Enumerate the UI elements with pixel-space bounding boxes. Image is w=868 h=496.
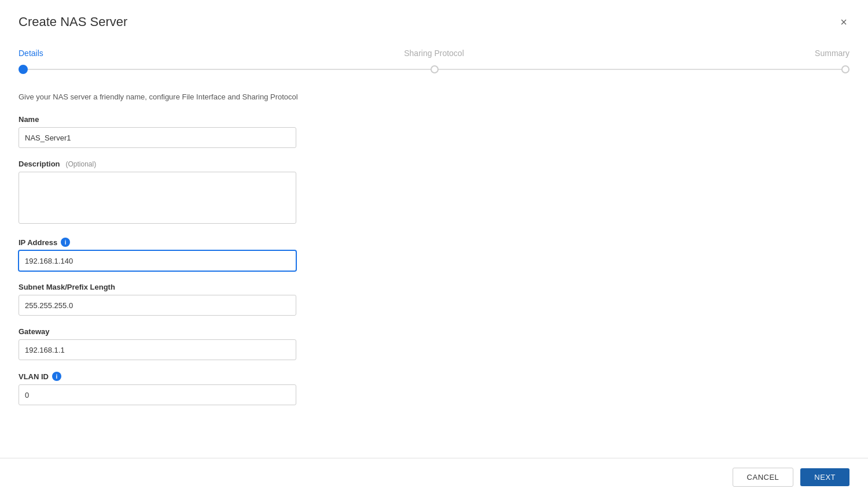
subnet-mask-field-group: Subnet Mask/Prefix Length — [19, 283, 296, 316]
gateway-input[interactable] — [19, 339, 296, 360]
vlan-id-field-group: VLAN ID i — [19, 372, 296, 405]
dialog-content: Details Sharing Protocol Summary Give yo… — [0, 30, 868, 458]
subnet-mask-input[interactable] — [19, 295, 296, 316]
stepper-labels: Details Sharing Protocol Summary — [19, 49, 849, 58]
step-dot-summary — [841, 65, 849, 73]
ip-address-field-group: IP Address i — [19, 238, 296, 271]
stepper: Details Sharing Protocol Summary — [19, 49, 849, 74]
description-field-group: Description (Optional) — [19, 160, 296, 226]
form-description: Give your NAS server a friendly name, co… — [19, 92, 849, 101]
step-dot-details — [19, 65, 28, 74]
stepper-dots — [19, 65, 849, 74]
step-label-details: Details — [19, 49, 296, 58]
gateway-field-group: Gateway — [19, 327, 296, 360]
ip-address-input[interactable] — [19, 250, 296, 271]
step-label-summary: Summary — [572, 49, 849, 58]
ip-address-label: IP Address i — [19, 238, 296, 247]
next-button[interactable]: NEXT — [800, 468, 849, 486]
name-input[interactable] — [19, 127, 296, 148]
dialog-footer: CANCEL NEXT — [0, 458, 868, 496]
cancel-button[interactable]: CANCEL — [733, 468, 794, 487]
dialog-header: Create NAS Server × — [0, 0, 868, 30]
dialog-title: Create NAS Server — [19, 14, 127, 29]
name-label: Name — [19, 115, 296, 124]
vlan-id-label: VLAN ID i — [19, 372, 296, 381]
vlan-id-info-icon: i — [52, 372, 61, 381]
description-optional-label: (Optional) — [66, 160, 97, 168]
name-field-group: Name — [19, 115, 296, 148]
step-label-sharing: Sharing Protocol — [296, 49, 573, 58]
subnet-mask-label: Subnet Mask/Prefix Length — [19, 283, 296, 291]
step-dot-sharing — [431, 65, 439, 73]
create-nas-server-dialog: Create NAS Server × Details Sharing Prot… — [0, 0, 868, 496]
description-label: Description (Optional) — [19, 160, 296, 168]
vlan-id-input[interactable] — [19, 384, 296, 405]
gateway-label: Gateway — [19, 327, 296, 336]
close-icon[interactable]: × — [838, 14, 849, 30]
ip-address-info-icon: i — [61, 238, 70, 247]
description-input[interactable] — [19, 172, 296, 224]
stepper-track — [19, 65, 849, 74]
